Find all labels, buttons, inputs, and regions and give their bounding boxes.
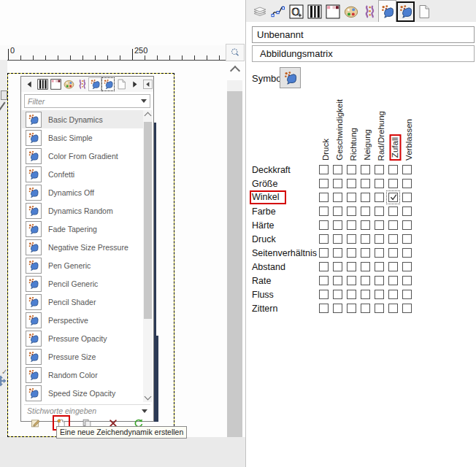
palette-tab[interactable] — [62, 77, 75, 91]
matrix-checkbox-Rate-Richtung[interactable] — [347, 276, 356, 285]
matrix-checkbox-Rate-Zufall[interactable] — [388, 276, 398, 285]
matrix-checkbox-Zittern-Geschwindigkeit[interactable] — [333, 304, 342, 313]
matrix-checkbox-Abstand-Zufall[interactable] — [388, 262, 398, 271]
edit-dynamics-button[interactable] — [29, 417, 42, 428]
colormap-tab[interactable] — [323, 1, 342, 22]
matrix-checkbox-Zittern-Druck[interactable] — [319, 304, 329, 313]
palette-tab[interactable] — [342, 1, 360, 22]
matrix-checkbox-Abstand-Neigung[interactable] — [361, 262, 370, 271]
matrix-checkbox-Größe-Rad/Drehung[interactable] — [375, 179, 384, 188]
matrix-checkbox-Seitenverhältnis-Geschwindigkeit[interactable] — [333, 248, 342, 258]
page-tab[interactable] — [415, 1, 433, 22]
matrix-checkbox-Druck-Richtung[interactable] — [347, 234, 356, 244]
curves-tab[interactable] — [75, 77, 88, 91]
matrix-checkbox-Druck-Zufall[interactable] — [388, 234, 398, 244]
matrix-checkbox-Fluss-Verblassen[interactable] — [402, 290, 412, 299]
dropdown-arrow-icon[interactable] — [142, 409, 147, 413]
scroll-up-arrow[interactable] — [230, 66, 240, 76]
dynamics-list-item[interactable]: Speed Size Opacity — [22, 384, 143, 402]
dynamics-list-item[interactable]: Perspective — [22, 311, 143, 329]
zoom-follow-window-button[interactable] — [226, 44, 245, 61]
matrix-checkbox-Abstand-Druck[interactable] — [319, 262, 329, 271]
scroll-left-tab[interactable] — [23, 77, 36, 91]
matrix-checkbox-Winkel-Geschwindigkeit[interactable] — [333, 193, 342, 202]
matrix-checkbox-Farbe-Rad/Drehung[interactable] — [375, 207, 384, 216]
dyn-tab[interactable] — [378, 0, 396, 22]
matrix-checkbox-Zittern-Neigung[interactable] — [361, 304, 370, 313]
matrix-checkbox-Abstand-Rad/Drehung[interactable] — [375, 262, 384, 271]
curves-tab[interactable] — [360, 1, 378, 22]
matrix-checkbox-Winkel-Neigung[interactable] — [361, 193, 370, 202]
matrix-checkbox-Deckkraft-Zufall[interactable] — [388, 165, 398, 174]
dynamics-list-item[interactable]: Pencil Generic — [22, 274, 143, 293]
matrix-checkbox-Deckkraft-Rad/Drehung[interactable] — [375, 165, 384, 174]
dynamics-list-item[interactable]: Dynamics Random — [22, 201, 143, 220]
dropdown-arrow-icon[interactable] — [141, 99, 147, 103]
matrix-checkbox-Rate-Druck[interactable] — [319, 276, 329, 285]
dynamics-list-item[interactable]: Negative Size Pressure — [22, 238, 143, 256]
matrix-checkbox-Winkel-Richtung[interactable] — [347, 193, 356, 202]
matrix-checkbox-Farbe-Zufall[interactable] — [388, 207, 398, 216]
dynamics-list-item[interactable]: Random Color — [22, 366, 143, 384]
dynamics-list-item[interactable]: Confetti — [22, 165, 143, 183]
matrix-checkbox-Deckkraft-Verblassen[interactable] — [402, 165, 412, 174]
matrix-checkbox-Abstand-Richtung[interactable] — [347, 262, 356, 271]
dynamics-list-item[interactable]: Pencil Shader — [22, 293, 143, 311]
matrix-checkbox-Größe-Druck[interactable] — [319, 179, 329, 188]
list-scrollbar[interactable] — [143, 110, 153, 402]
symbol-button[interactable] — [280, 67, 301, 88]
scroll-up-arrow[interactable] — [145, 112, 152, 120]
menu-tab[interactable] — [141, 77, 154, 91]
matrix-checkbox-Abstand-Geschwindigkeit[interactable] — [333, 262, 342, 271]
tags-input[interactable]: Stichworte eingeben — [24, 404, 150, 417]
dynamics-list-item[interactable]: Fade Tapering — [22, 220, 143, 238]
dyn-tab[interactable] — [101, 77, 115, 91]
piano-tab[interactable] — [36, 77, 49, 91]
matrix-checkbox-Größe-Richtung[interactable] — [347, 179, 356, 188]
matrix-checkbox-Farbe-Richtung[interactable] — [347, 207, 356, 216]
matrix-checkbox-Härte-Zufall[interactable] — [388, 220, 398, 230]
dynamics-list-item[interactable]: Pen Generic — [22, 256, 143, 274]
dynamics-list-item[interactable]: Dynamics Off — [22, 183, 143, 201]
matrix-checkbox-Rate-Rad/Drehung[interactable] — [375, 276, 384, 285]
matrix-checkbox-Winkel-Druck[interactable] — [319, 193, 329, 202]
dynamics-name-input[interactable]: Unbenannt — [252, 26, 475, 43]
dyn-tab[interactable] — [396, 1, 415, 22]
dynamics-list-item[interactable]: Pressure Opacity — [22, 329, 143, 347]
vertical-scrollbar-thumb[interactable] — [227, 91, 242, 467]
matrix-checkbox-Seitenverhältnis-Verblassen[interactable] — [402, 248, 412, 258]
matrix-checkbox-Zittern-Richtung[interactable] — [347, 304, 356, 313]
scroll-down-arrow[interactable] — [145, 393, 152, 401]
matrix-checkbox-Abstand-Verblassen[interactable] — [402, 262, 412, 271]
matrix-checkbox-Farbe-Geschwindigkeit[interactable] — [333, 207, 342, 216]
matrix-checkbox-Farbe-Neigung[interactable] — [361, 207, 370, 216]
matrix-checkbox-Rate-Verblassen[interactable] — [402, 276, 412, 285]
matrix-checkbox-Deckkraft-Druck[interactable] — [319, 165, 329, 174]
matrix-checkbox-Fluss-Richtung[interactable] — [347, 290, 356, 299]
matrix-checkbox-Größe-Verblassen[interactable] — [402, 179, 412, 188]
colormap-tab[interactable] — [49, 77, 62, 91]
matrix-checkbox-Größe-Zufall[interactable] — [388, 179, 398, 188]
stack-tab[interactable] — [250, 1, 269, 22]
matrix-checkbox-Deckkraft-Richtung[interactable] — [347, 165, 356, 174]
matrix-checkbox-Seitenverhältnis-Druck[interactable] — [319, 248, 329, 258]
dynamics-list-item[interactable]: Color From Gradient — [22, 147, 143, 165]
matrix-checkbox-Druck-Neigung[interactable] — [361, 234, 370, 244]
matrix-checkbox-Größe-Geschwindigkeit[interactable] — [333, 179, 342, 188]
matrix-checkbox-Druck-Rad/Drehung[interactable] — [375, 234, 384, 244]
matrix-checkbox-Fluss-Neigung[interactable] — [361, 290, 370, 299]
scroll-right-tab[interactable] — [128, 77, 141, 91]
matrix-checkbox-Zittern-Zufall[interactable] — [388, 304, 398, 313]
matrix-checkbox-Härte-Rad/Drehung[interactable] — [375, 220, 384, 230]
matrix-checkbox-Seitenverhältnis-Neigung[interactable] — [361, 248, 370, 258]
dyn-tab[interactable] — [88, 77, 101, 91]
matrix-checkbox-Seitenverhältnis-Richtung[interactable] — [347, 248, 356, 258]
paths-tab[interactable] — [269, 1, 287, 22]
matrix-checkbox-Härte-Druck[interactable] — [319, 220, 329, 230]
dynamics-list-item[interactable]: Basic Simple — [22, 128, 143, 147]
font-tab[interactable] — [287, 1, 305, 22]
list-scrollbar-thumb[interactable] — [144, 122, 152, 319]
matrix-checkbox-Winkel-Rad/Drehung[interactable] — [375, 193, 384, 202]
matrix-checkbox-Zittern-Rad/Drehung[interactable] — [375, 304, 384, 313]
matrix-checkbox-Druck-Verblassen[interactable] — [402, 234, 412, 244]
